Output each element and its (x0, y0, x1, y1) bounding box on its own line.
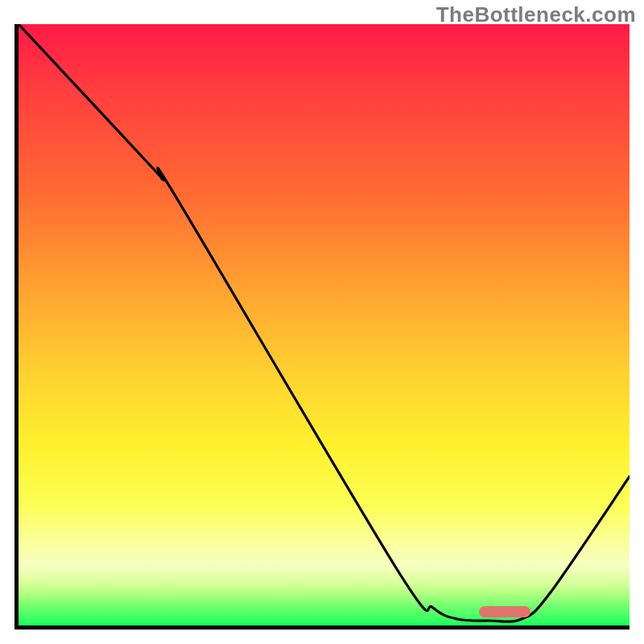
curve-svg (19, 24, 630, 625)
chart-container: TheBottleneck.com (0, 0, 644, 644)
bottleneck-curve (19, 24, 630, 621)
plot-area (14, 24, 630, 630)
optimal-marker (479, 606, 530, 617)
